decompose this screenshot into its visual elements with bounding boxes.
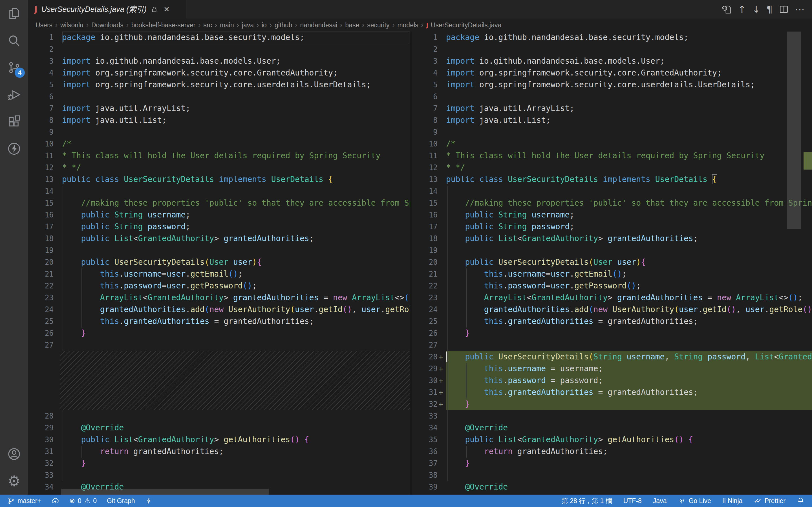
code-line[interactable]: 1package io.github.nandandesai.base.secu…	[28, 32, 410, 43]
cursor-position-status[interactable]: 第 28 行，第 1 欄	[562, 497, 612, 505]
breadcrumb-item[interactable]: nandandesai	[300, 21, 338, 29]
next-change-icon[interactable]: ↓	[752, 4, 760, 15]
code-line[interactable]: 6	[412, 91, 812, 103]
sidebar-item-explorer[interactable]	[0, 0, 28, 27]
code-line[interactable]: 9	[28, 126, 410, 138]
code-line[interactable]: 33	[412, 410, 812, 422]
diff-modified-editor[interactable]: 1package io.github.nandandesai.base.secu…	[412, 32, 812, 495]
previous-change-icon[interactable]: ↑	[738, 4, 746, 15]
code-line[interactable]: 34 @Override	[412, 422, 812, 434]
code-line[interactable]: 8import java.util.List;	[412, 114, 812, 126]
code-line[interactable]: 39 @Override	[412, 481, 812, 493]
breadcrumb-item[interactable]: bookshelf-base-server	[132, 21, 196, 29]
sidebar-item-extensions[interactable]	[0, 108, 28, 135]
code-line[interactable]: 21 this.username=user.getEmail();	[28, 268, 410, 280]
code-line[interactable]: 19	[28, 244, 410, 256]
breadcrumb-item[interactable]: Users	[36, 21, 52, 29]
breadcrumb-item[interactable]: models	[397, 21, 418, 29]
code-line[interactable]: 5import org.springframework.security.cor…	[28, 79, 410, 91]
code-line[interactable]: 33	[28, 469, 410, 481]
code-line[interactable]: 32+ }	[412, 398, 812, 410]
bolt-status[interactable]	[145, 497, 153, 504]
sidebar-item-thunder-client[interactable]	[0, 135, 28, 162]
code-line[interactable]: 3import io.github.nandandesai.base.model…	[28, 55, 410, 67]
code-line[interactable]: 29+ this.username = username;	[412, 363, 812, 375]
code-line[interactable]: 11* This class will hold the User detail…	[412, 150, 812, 162]
code-line[interactable]: 25 this.grantedAuthorities = grantedAuth…	[412, 316, 812, 327]
breadcrumb-item[interactable]: src	[203, 21, 212, 29]
code-line[interactable]: 26 }	[412, 327, 812, 339]
breadcrumb-item[interactable]: io	[262, 21, 267, 29]
diff-sash[interactable]	[410, 32, 412, 495]
sidebar-item-run-debug[interactable]	[0, 81, 28, 108]
code-line[interactable]: 31 return grantedAuthorities;	[28, 446, 410, 457]
code-line[interactable]: 20 public UserSecurityDetails(User user)…	[28, 256, 410, 268]
code-line[interactable]: 2	[412, 43, 812, 55]
code-line[interactable]: 28	[28, 410, 410, 422]
accounts-button[interactable]	[0, 441, 28, 467]
open-changes-icon[interactable]	[721, 4, 732, 14]
split-editor-icon[interactable]	[779, 4, 789, 14]
horizontal-scrollbar[interactable]	[61, 489, 269, 495]
git-graph-button[interactable]: Git Graph	[107, 497, 135, 505]
notifications-button[interactable]	[797, 497, 805, 505]
code-line[interactable]: 12* */	[412, 162, 812, 173]
code-line[interactable]: 6	[28, 91, 410, 103]
code-line[interactable]: 13public class UserSecurityDetails imple…	[28, 173, 410, 185]
breadcrumb-item[interactable]: java	[242, 21, 254, 29]
code-line[interactable]: 37 }	[412, 457, 812, 469]
more-actions-icon[interactable]: ⋯	[795, 4, 805, 15]
code-line[interactable]: 7import java.util.ArrayList;	[412, 103, 812, 114]
code-line[interactable]: 4import org.springframework.security.cor…	[412, 67, 812, 79]
breadcrumb-item[interactable]: Downloads	[91, 21, 123, 29]
code-line[interactable]: 17 public String password;	[28, 221, 410, 233]
code-line[interactable]: 2	[28, 43, 410, 55]
code-line[interactable]: 20 public UserSecurityDetails(User user)…	[412, 256, 812, 268]
code-line[interactable]: 14	[28, 185, 410, 197]
code-line[interactable]: 31+ this.grantedAuthorities = grantedAut…	[412, 386, 812, 398]
code-line[interactable]: 35 public List<GrantedAuthority> getAuth…	[412, 434, 812, 446]
code-line[interactable]: 13public class UserSecurityDetails imple…	[412, 173, 812, 185]
tab-usersecuritydetails[interactable]: J UserSecurityDetails.java (索引) ✕	[28, 0, 186, 18]
breadcrumb-item[interactable]: github	[274, 21, 292, 29]
breadcrumb-file[interactable]: UserSecurityDetails.java	[431, 21, 502, 29]
breadcrumb-item[interactable]: base	[345, 21, 359, 29]
prettier-status[interactable]: ✓✓ Prettier	[754, 497, 785, 505]
code-line[interactable]: 30 public List<GrantedAuthority> getAuth…	[28, 434, 410, 446]
code-line[interactable]: 26 }	[28, 327, 410, 339]
breadcrumb-item[interactable]: wilsonlu	[60, 21, 84, 29]
ninja-status[interactable]: II Ninja	[722, 497, 743, 505]
code-line[interactable]: 30+ this.password = password;	[412, 375, 812, 386]
breadcrumb-item[interactable]: security	[367, 21, 389, 29]
branch-status[interactable]: master+	[7, 497, 41, 505]
code-line[interactable]: 11* This class will hold the User detail…	[28, 150, 410, 162]
code-line[interactable]: 16 public String username;	[28, 209, 410, 221]
breadcrumb-item[interactable]: main	[220, 21, 234, 29]
code-line[interactable]: 14	[412, 185, 812, 197]
code-line[interactable]: 9	[412, 126, 812, 138]
code-line[interactable]: 22 this.password=user.getPassword();	[412, 280, 812, 292]
language-mode-status[interactable]: Java	[653, 497, 667, 505]
go-live-button[interactable]: Go Live	[678, 497, 711, 505]
code-line[interactable]: 21 this.username=user.getEmail();	[412, 268, 812, 280]
code-line[interactable]: 17 public String password;	[412, 221, 812, 233]
sidebar-item-source-control[interactable]: 4	[0, 54, 28, 81]
code-line[interactable]: 22 this.password=user.getPassword();	[28, 280, 410, 292]
code-line[interactable]: 27	[28, 339, 410, 351]
code-line[interactable]: 27	[412, 339, 812, 351]
code-line[interactable]: 25 this.grantedAuthorities = grantedAuth…	[28, 316, 410, 327]
code-line[interactable]: 23 ArrayList<GrantedAuthority> grantedAu…	[28, 292, 410, 304]
code-line[interactable]: 15 //making these properties 'public' so…	[28, 197, 410, 209]
code-line[interactable]: 4import org.springframework.security.cor…	[28, 67, 410, 79]
code-line[interactable]: 38	[412, 469, 812, 481]
code-line[interactable]: 10/*	[28, 138, 410, 150]
code-line[interactable]: 24 grantedAuthorities.add(new UserAuthor…	[412, 304, 812, 316]
code-line[interactable]: 29 @Override	[28, 422, 410, 434]
code-line[interactable]: 15 //making these properties 'public' so…	[412, 197, 812, 209]
code-line[interactable]: 19	[412, 244, 812, 256]
sidebar-item-search[interactable]	[0, 27, 28, 54]
settings-button[interactable]: ⚙	[0, 467, 28, 495]
code-line[interactable]: 23 ArrayList<GrantedAuthority> grantedAu…	[412, 292, 812, 304]
code-line[interactable]: 28+ public UserSecurityDetails(String us…	[412, 351, 812, 363]
code-line[interactable]: 24 grantedAuthorities.add(new UserAuthor…	[28, 304, 410, 316]
